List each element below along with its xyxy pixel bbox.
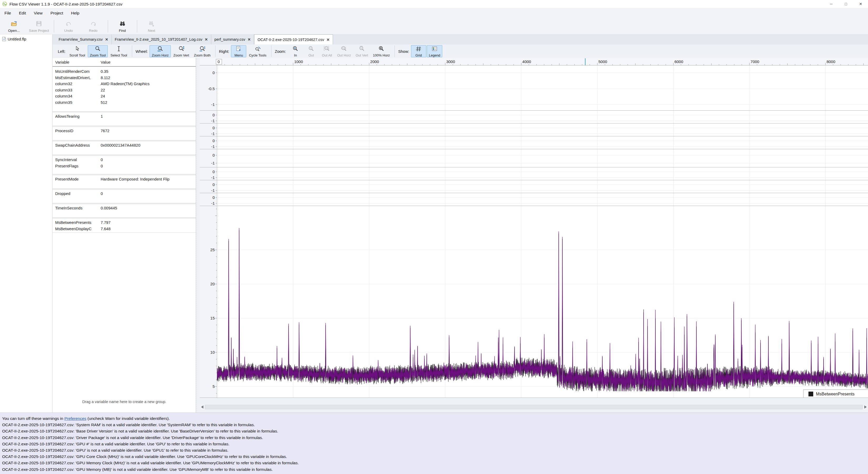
variable-group-8: TimeInSeconds0.009445 xyxy=(53,203,196,218)
tool-legend[interactable]: Legend xyxy=(427,45,442,57)
variable-value: 7.797 xyxy=(98,220,196,225)
variable-name[interactable]: MsEstimatedDriverL xyxy=(53,75,98,80)
tool-zoom-tool[interactable]: Zoom Tool xyxy=(88,45,108,57)
warning-line: OCAT-II-2.exe-2025-10-19T204627.csv: 'GP… xyxy=(2,460,868,466)
svg-text:-1: -1 xyxy=(211,131,215,136)
tool-in[interactable]: In xyxy=(288,45,303,57)
variable-name[interactable]: column33 xyxy=(53,88,98,92)
menu-edit[interactable]: Edit xyxy=(15,8,30,19)
tab-close-icon[interactable]: ✕ xyxy=(105,37,108,41)
svg-text:2000: 2000 xyxy=(370,59,379,64)
menu-file[interactable]: File xyxy=(1,8,15,19)
variable-name[interactable]: MsBetweenPresents xyxy=(53,220,98,225)
chart-canvas[interactable]: 0-0.5-10-10-10-10-10-10-10-1510152025MsB… xyxy=(200,58,868,412)
grid-icon xyxy=(415,45,422,53)
variable-row-allowstearing[interactable]: AllowsTearing1 xyxy=(53,113,196,120)
variable-name[interactable]: SyncInterval xyxy=(53,157,98,162)
variable-name[interactable]: Dropped xyxy=(53,191,98,196)
project-item-untitled[interactable]: Untitled.flp xyxy=(0,34,52,41)
tab-ocat-ii-2-exe-2025-10-19t204627-csv[interactable]: OCAT-II-2.exe-2025-10-19T204627.csv✕ xyxy=(254,34,333,44)
variable-row-processid[interactable]: ProcessID7672 xyxy=(53,128,196,134)
panel-splitter[interactable] xyxy=(196,58,200,412)
variable-row-column35[interactable]: column35512 xyxy=(53,99,196,106)
warnings-panel: You can turn off these warnings in Prefe… xyxy=(0,412,868,474)
variable-name[interactable]: column34 xyxy=(53,94,98,98)
toolbar-separator xyxy=(54,20,54,33)
variable-row-msuntilrendercom[interactable]: MsUntilRenderCom0.35 xyxy=(53,68,196,75)
tool-zoom-both[interactable]: Zoom Both xyxy=(192,45,213,57)
maximize-icon[interactable]: □ xyxy=(839,0,853,8)
variable-value: 7672 xyxy=(98,128,196,133)
column-header-value[interactable]: Value xyxy=(98,60,196,64)
variable-value: 0 xyxy=(98,191,196,196)
variable-name[interactable]: MsBetweenDisplayC xyxy=(53,226,98,231)
window-title: Flow CSV Viewer 1.1.9 - OCAT-II-2.exe-20… xyxy=(9,2,122,6)
chart-area[interactable]: 0-0.5-10-10-10-10-10-10-10-1510152025MsB… xyxy=(200,58,868,412)
variable-value: 8.112 xyxy=(98,75,196,80)
tab-close-icon[interactable]: ✕ xyxy=(327,38,330,42)
variable-row-column32[interactable]: column32AMD Radeon(TM) Graphics xyxy=(53,81,196,87)
variable-name[interactable]: MsUntilRenderCom xyxy=(53,69,98,73)
variable-row-msestimateddriverl[interactable]: MsEstimatedDriverL8.112 xyxy=(53,75,196,81)
variable-name[interactable]: AllowsTearing xyxy=(53,114,98,119)
tool-100-horz[interactable]: 100% Horz xyxy=(371,45,392,57)
variable-row-presentmode[interactable]: PresentModeHardware Composed: Independen… xyxy=(53,176,196,182)
svg-text:-1: -1 xyxy=(211,188,215,193)
redo-arrow-icon xyxy=(90,20,97,28)
close-icon[interactable]: ✕ xyxy=(853,0,868,8)
cycle-tools-icon xyxy=(254,45,261,53)
variable-name[interactable]: PresentFlags xyxy=(53,164,98,168)
variable-name[interactable]: column32 xyxy=(53,82,98,86)
tool-select-tool[interactable]: Select Tool xyxy=(108,45,129,57)
tool-scroll-tool[interactable]: Scroll Tool xyxy=(67,45,87,57)
variable-row-msbetweenpresents[interactable]: MsBetweenPresents7.797 xyxy=(53,219,196,226)
chart-toolbar: Left:Scroll ToolZoom ToolSelect ToolWhee… xyxy=(53,44,868,58)
toolbar-open[interactable]: Open... xyxy=(2,19,26,34)
variable-group-4: SwapChainAddress0x0000021347A44820 xyxy=(53,140,196,155)
tab-frameview-ii-2-exe-2025-10-19t201407-log-csv[interactable]: FrameView_II-2.exe_2025_10_19T201407_Log… xyxy=(112,34,211,44)
tab-bar: FrameView_Summary.csv✕FrameView_II-2.exe… xyxy=(53,34,868,44)
tool-menu[interactable]: Menu xyxy=(231,45,246,57)
variable-row-msbetweendisplayc[interactable]: MsBetweenDisplayC7.648 xyxy=(53,226,196,232)
variable-value: 0 xyxy=(98,157,196,162)
variable-name[interactable]: TimeInSeconds xyxy=(53,206,98,210)
chart-hscrollbar[interactable] xyxy=(200,404,868,410)
variable-row-dropped[interactable]: Dropped0 xyxy=(53,190,196,197)
variable-name[interactable]: column35 xyxy=(53,100,98,104)
tool-zoom-horz[interactable]: Zoom Horz xyxy=(150,45,170,57)
menu-project[interactable]: Project xyxy=(46,8,67,19)
variable-row-swapchainaddress[interactable]: SwapChainAddress0x0000021347A44820 xyxy=(53,142,196,149)
menu-view[interactable]: View xyxy=(30,8,46,19)
variable-row-timeinseconds[interactable]: TimeInSeconds0.009445 xyxy=(53,205,196,211)
tab-label: FrameView_II-2.exe_2025_10_19T201407_Log… xyxy=(115,37,203,41)
tool-zoom-vert[interactable]: Zoom Vert xyxy=(171,45,191,57)
toolbar-find[interactable]: Find xyxy=(110,19,135,34)
chart-toolbar-label-show: Show: xyxy=(398,49,409,54)
preferences-link[interactable]: Preferences xyxy=(64,416,87,421)
svg-text:4000: 4000 xyxy=(522,59,531,64)
minimize-icon[interactable]: ─ xyxy=(824,0,839,8)
variable-name[interactable]: ProcessID xyxy=(53,128,98,133)
svg-text:0: 0 xyxy=(213,138,215,143)
menu-help[interactable]: Help xyxy=(67,8,83,19)
variable-name[interactable]: PresentMode xyxy=(53,177,98,181)
variable-row-presentflags[interactable]: PresentFlags0 xyxy=(53,163,196,169)
svg-text:0: 0 xyxy=(213,113,215,117)
tool-grid[interactable]: Grid xyxy=(411,45,426,57)
variable-row-column33[interactable]: column3322 xyxy=(53,87,196,93)
tool-cycle-tools[interactable]: Cycle Tools xyxy=(247,45,268,57)
variable-value: 22 xyxy=(98,88,196,92)
variables-panel: Variable Value MsUntilRenderCom0.35MsEst… xyxy=(53,58,196,412)
variable-row-column34[interactable]: column3424 xyxy=(53,93,196,99)
variable-value: 0 xyxy=(98,164,196,168)
column-header-variable[interactable]: Variable xyxy=(53,60,98,64)
tab-close-icon[interactable]: ✕ xyxy=(248,37,251,41)
variable-group-7: Dropped0 xyxy=(53,189,196,203)
tab-close-icon[interactable]: ✕ xyxy=(205,37,208,41)
menu-bar: FileEditViewProjectHelp xyxy=(0,8,868,19)
tab-perf-summary-csv[interactable]: perf_summary.csv✕ xyxy=(211,34,254,44)
tab-frameview-summary-csv[interactable]: FrameView_Summary.csv✕ xyxy=(56,34,112,44)
variable-name[interactable]: SwapChainAddress xyxy=(53,143,98,148)
variable-row-syncinterval[interactable]: SyncInterval0 xyxy=(53,157,196,163)
chart-toolbar-label-zoom: Zoom: xyxy=(275,49,286,54)
